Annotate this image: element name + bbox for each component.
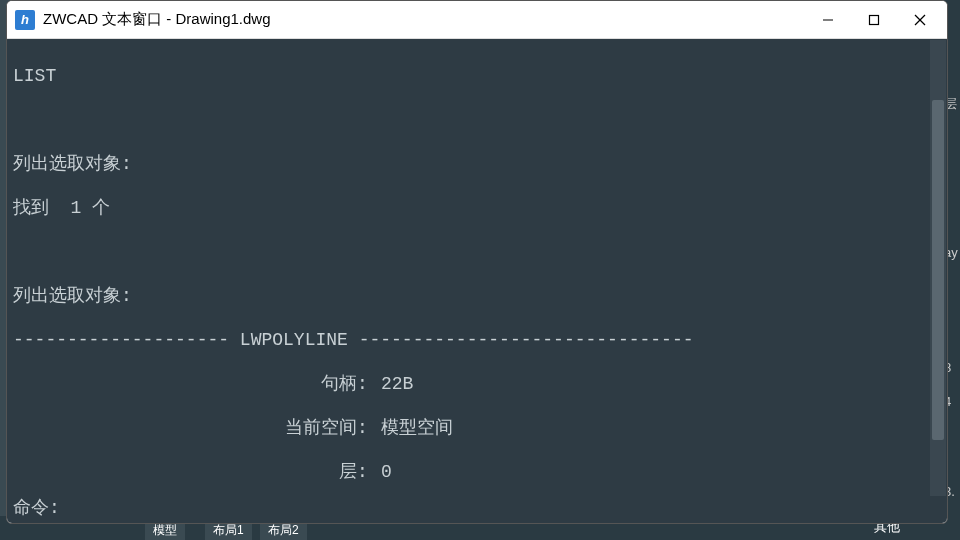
text-window: h ZWCAD 文本窗口 - Drawing1.dwg LIST 列出选取对象:… (6, 0, 948, 524)
close-icon (914, 14, 926, 26)
titlebar[interactable]: h ZWCAD 文本窗口 - Drawing1.dwg (7, 1, 947, 39)
prop-handle: 句柄: 22B (13, 373, 941, 395)
maximize-button[interactable] (851, 3, 897, 37)
minimize-icon (822, 14, 834, 26)
close-button[interactable] (897, 3, 943, 37)
svg-rect-1 (870, 15, 879, 24)
blank-line (13, 241, 941, 263)
scrollbar-vertical[interactable] (930, 40, 946, 496)
select-prompt-2: 列出选取对象: (13, 285, 941, 307)
select-prompt: 列出选取对象: (13, 153, 941, 175)
text-content[interactable]: LIST 列出选取对象: 找到 1 个 列出选取对象: ------------… (7, 39, 947, 523)
command-prompt[interactable]: 命令: (13, 495, 941, 519)
found-count: 找到 1 个 (13, 197, 941, 219)
list-command: LIST (13, 65, 941, 87)
app-icon: h (15, 10, 35, 30)
output-area: LIST 列出选取对象: 找到 1 个 列出选取对象: ------------… (13, 43, 941, 495)
minimize-button[interactable] (805, 3, 851, 37)
scrollbar-thumb[interactable] (932, 100, 944, 440)
prop-layer: 层: 0 (13, 461, 941, 483)
prop-space: 当前空间: 模型空间 (13, 417, 941, 439)
maximize-icon (868, 14, 880, 26)
window-title: ZWCAD 文本窗口 - Drawing1.dwg (43, 10, 805, 29)
blank-line (13, 109, 941, 131)
entity-separator: -------------------- LWPOLYLINE --------… (13, 329, 941, 351)
